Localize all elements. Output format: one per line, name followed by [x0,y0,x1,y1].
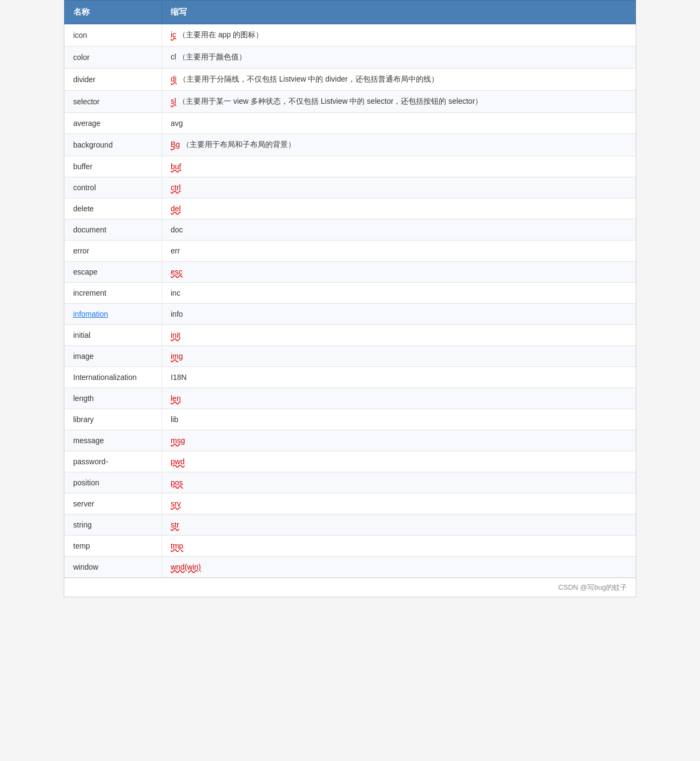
name-cell: control [65,177,162,198]
abbrev-text: tmp [171,542,183,550]
abbrev-cell: str [162,515,636,536]
abbrev-cell: ctrl [162,177,636,198]
table-row: incrementinc [65,283,636,304]
abbrev-text: ctrl [171,183,181,192]
abbrev-text: ic [171,30,176,39]
abbrev-text: err [171,246,180,255]
name-cell: server [65,493,162,515]
abbrev-text: cl [171,52,176,61]
table-row: iconic（主要用在 app 的图标） [65,24,636,46]
table-row: messagemsg [65,430,636,451]
table-header-row: 名称 缩写 [65,1,636,24]
table-row: escapeesc [65,262,636,283]
table-row: windowwnd(win) [65,557,636,578]
abbrev-text: esc [171,268,183,276]
table-row: password-pwd [65,451,636,472]
abbrev-cell: cl（主要用于颜色值） [162,46,636,69]
name-cell: password- [65,451,162,472]
abbrev-cell: ic（主要用在 app 的图标） [162,24,636,46]
table-row: documentdoc [65,219,636,241]
table-row: averageavg [65,113,636,134]
table-row: bufferbuf [65,156,636,177]
table-row: serversrv [65,493,636,515]
name-cell: infomation [65,304,162,325]
name-cell: buffer [65,156,162,177]
name-cell: selector [65,91,162,113]
abbrev-cell: init [162,325,636,346]
abbrev-cell: sl（主要用于某一 view 多种状态，不仅包括 Listview 中的 sel… [162,91,636,113]
abbrev-text: doc [171,225,183,234]
table-row: dividerdi（主要用于分隔线，不仅包括 Listview 中的 divid… [65,69,636,91]
abbrev-text: inc [171,289,180,297]
abbrev-cell: srv [162,493,636,515]
name-cell: delete [65,198,162,219]
name-cell: document [65,219,162,241]
abbrev-cell: doc [162,219,636,241]
abbrev-cell: wnd(win) [162,557,636,578]
abbrev-cell: del [162,198,636,219]
abbrev-cell: Bg（主要用于布局和子布局的背景） [162,134,636,156]
abbrev-text: Bg [171,140,180,149]
abbrev-text: pwd [171,457,185,466]
abbrev-cell: info [162,304,636,325]
abbrev-text: I18N [171,373,187,382]
name-cell: initial [65,325,162,346]
abbrev-text: avg [171,119,183,128]
name-cell: length [65,388,162,409]
table-row: controlctrl [65,177,636,198]
abbrev-cell: esc [162,262,636,283]
name-cell: position [65,472,162,493]
name-cell: icon [65,24,162,46]
name-cell: image [65,346,162,367]
abbrev-cell: buf [162,156,636,177]
table-row: InternationalizationI18N [65,367,636,388]
name-cell: window [65,557,162,578]
abbrev-text: wnd(win) [171,563,201,571]
abbrev-cell: msg [162,430,636,451]
name-cell: temp [65,536,162,557]
table-row: librarylib [65,409,636,430]
abbrev-cell: img [162,346,636,367]
table-row: stringstr [65,515,636,536]
name-cell: string [65,515,162,536]
abbrev-text: img [171,352,183,361]
note-text: （主要用于布局和子布局的背景） [182,140,295,149]
abbrev-cell: len [162,388,636,409]
table-row: infomationinfo [65,304,636,325]
abbrev-column-header: 缩写 [162,1,636,24]
abbrev-cell: err [162,241,636,262]
abbrev-cell: avg [162,113,636,134]
name-cell: divider [65,69,162,91]
name-cell: Internationalization [65,367,162,388]
name-cell: library [65,409,162,430]
table-row: lengthlen [65,388,636,409]
table-row: initialinit [65,325,636,346]
abbrev-text: del [171,204,181,213]
main-table-container: 名称 缩写 iconic（主要用在 app 的图标）colorcl（主要用于颜色… [64,0,636,597]
name-cell: average [65,113,162,134]
abbrev-cell: pwd [162,451,636,472]
abbrev-cell: di（主要用于分隔线，不仅包括 Listview 中的 divider，还包括普… [162,69,636,91]
table-row: imageimg [65,346,636,367]
abbrev-text: buf [171,162,181,171]
table-row: colorcl（主要用于颜色值） [65,46,636,69]
name-cell: increment [65,283,162,304]
abbrev-cell: tmp [162,536,636,557]
note-text: （主要用于某一 view 多种状态，不仅包括 Listview 中的 selec… [178,97,482,105]
table-row: temptmp [65,536,636,557]
table-row: deletedel [65,198,636,219]
note-text: （主要用于分隔线，不仅包括 Listview 中的 divider，还包括普通布… [179,75,439,83]
table-row: selectorsl（主要用于某一 view 多种状态，不仅包括 Listvie… [65,91,636,113]
abbrev-cell: lib [162,409,636,430]
abbrev-text: info [171,310,183,318]
abbrev-cell: inc [162,283,636,304]
abbrev-text: srv [171,499,181,508]
name-cell: error [65,241,162,262]
footer-note: CSDN @写bug的蚊子 [64,578,636,597]
name-link[interactable]: infomation [73,310,109,318]
name-column-header: 名称 [65,1,162,24]
abbrev-text: init [171,331,180,339]
table-row: errorerr [65,241,636,262]
name-cell: message [65,430,162,451]
table-row: positionpos [65,472,636,493]
